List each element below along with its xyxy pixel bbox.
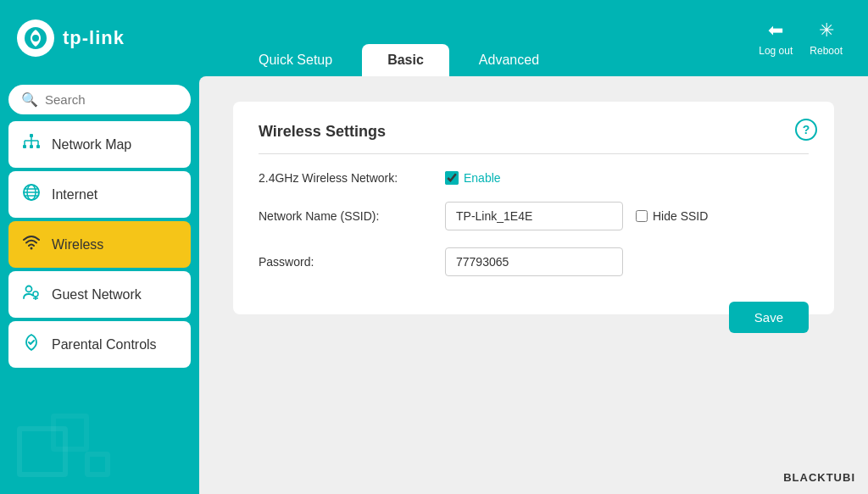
form-row-password: Password:: [259, 247, 809, 276]
wireless-settings-section: Wireless Settings ? 2.4GHz Wireless Netw…: [233, 102, 834, 314]
form-row-ssid: Network Name (SSID): Hide SSID: [259, 202, 809, 230]
tab-basic[interactable]: Basic: [362, 44, 449, 76]
svg-point-17: [26, 286, 32, 292]
hide-ssid-label[interactable]: Hide SSID: [636, 209, 708, 223]
sidebar-item-guest-network[interactable]: Guest Network: [8, 271, 191, 318]
label-24ghz: 2.4GHz Wireless Network:: [259, 171, 445, 185]
control-24ghz: Enable: [445, 171, 501, 185]
label-ssid: Network Name (SSID):: [259, 209, 445, 223]
enable-checkbox-label[interactable]: Enable: [445, 171, 501, 185]
network-map-icon: [21, 133, 42, 156]
parental-controls-icon: [21, 333, 42, 356]
svg-rect-4: [30, 145, 33, 148]
nav-tabs: Quick Setup Basic Advanced: [216, 0, 759, 76]
control-ssid: Hide SSID: [445, 202, 708, 230]
sidebar-item-network-map[interactable]: Network Map: [8, 121, 191, 168]
sidebar-item-parental-controls[interactable]: Parental Controls: [8, 321, 191, 368]
reboot-icon: ✳: [819, 19, 834, 42]
tab-advanced[interactable]: Advanced: [453, 44, 565, 76]
internet-icon: [21, 183, 42, 206]
svg-point-16: [31, 247, 33, 250]
header-actions: ⬅ Log out ✳ Reboot: [759, 19, 851, 57]
svg-rect-5: [36, 145, 40, 148]
hide-ssid-text: Hide SSID: [653, 209, 708, 223]
svg-rect-3: [23, 145, 26, 148]
save-button[interactable]: Save: [729, 302, 809, 333]
sidebar-item-label: Guest Network: [52, 287, 142, 303]
help-icon[interactable]: ?: [795, 119, 817, 141]
tp-link-logo-icon: [17, 19, 54, 57]
svg-rect-2: [30, 134, 33, 137]
control-password: [445, 247, 623, 276]
sidebar-item-label: Internet: [52, 187, 97, 203]
logo-text: tp-link: [63, 27, 125, 49]
search-icon: 🔍: [21, 92, 38, 108]
wireless-icon: [21, 233, 42, 256]
watermark: BLACKTUBI: [783, 471, 855, 484]
guest-network-icon: [21, 283, 42, 306]
reboot-button[interactable]: ✳ Reboot: [810, 19, 843, 57]
logout-label: Log out: [759, 45, 793, 57]
logout-button[interactable]: ⬅ Log out: [759, 19, 793, 57]
svg-point-1: [32, 35, 39, 42]
reboot-label: Reboot: [810, 45, 843, 57]
enable-checkbox[interactable]: [445, 171, 459, 185]
section-title: Wireless Settings: [259, 123, 809, 154]
enable-label: Enable: [464, 171, 501, 185]
sidebar-item-label: Network Map: [52, 137, 131, 153]
content-area: Wireless Settings ? 2.4GHz Wireless Netw…: [199, 76, 868, 494]
form-row-24ghz: 2.4GHz Wireless Network: Enable: [259, 171, 809, 185]
sidebar-item-label: Parental Controls: [52, 337, 157, 352]
ssid-input[interactable]: [445, 202, 623, 230]
sidebar-item-internet[interactable]: Internet: [8, 171, 191, 218]
password-input[interactable]: [445, 247, 623, 276]
logout-icon: ⬅: [768, 19, 783, 42]
svg-point-18: [33, 291, 38, 297]
header: tp-link Quick Setup Basic Advanced ⬅ Log…: [0, 0, 868, 76]
main-layout: 🔍 Network Map: [0, 76, 868, 494]
label-password: Password:: [259, 255, 445, 269]
search-box[interactable]: 🔍: [8, 85, 191, 114]
logo-area: tp-link: [17, 19, 216, 57]
search-input[interactable]: [45, 92, 178, 107]
hide-ssid-checkbox[interactable]: [636, 210, 648, 222]
sidebar-item-label: Wireless: [52, 237, 103, 253]
sidebar: 🔍 Network Map: [0, 76, 199, 494]
sidebar-item-wireless[interactable]: Wireless: [8, 221, 191, 268]
tab-quick-setup[interactable]: Quick Setup: [233, 44, 358, 76]
